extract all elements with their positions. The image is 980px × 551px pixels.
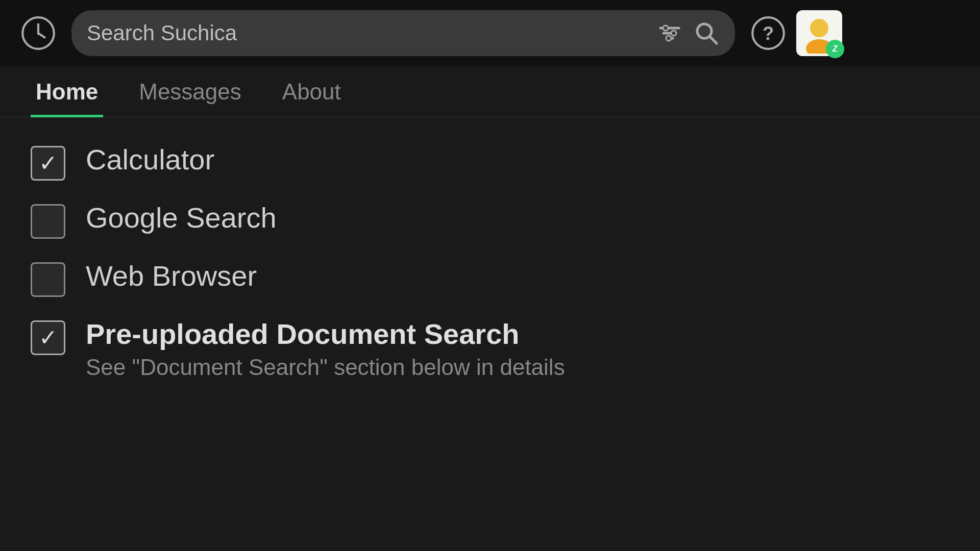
svg-line-2 [38, 33, 45, 37]
checkmark-icon: ✓ [39, 327, 58, 349]
svg-point-8 [666, 36, 671, 41]
search-bar [71, 10, 735, 56]
list-item: Google Search [31, 201, 949, 239]
doc-search-sublabel: See "Document Search" section below in d… [86, 355, 565, 380]
avatar-badge: Z [826, 40, 844, 58]
svg-point-13 [810, 19, 828, 37]
calculator-checkbox[interactable]: ✓ [31, 146, 65, 181]
help-icon[interactable]: ? [750, 15, 786, 51]
filter-icon[interactable] [656, 20, 683, 46]
svg-line-10 [709, 36, 717, 43]
search-input[interactable] [87, 21, 646, 45]
list-item: Web Browser [31, 259, 949, 297]
google-search-checkbox[interactable] [31, 204, 65, 239]
google-search-label: Google Search [86, 201, 277, 234]
tabs: Home Messages About [0, 66, 980, 117]
svg-point-7 [671, 31, 676, 36]
tab-about[interactable]: About [277, 69, 346, 117]
doc-search-checkbox[interactable]: ✓ [31, 320, 65, 355]
list-item: ✓ Calculator [31, 143, 949, 181]
web-browser-checkbox[interactable] [31, 262, 65, 297]
svg-point-6 [663, 26, 668, 31]
header-right: ? Z [750, 10, 842, 56]
doc-search-label: Pre-uploaded Document Search [86, 317, 565, 350]
list-item: ✓ Pre-uploaded Document Search See "Docu… [31, 317, 949, 380]
checkmark-icon: ✓ [39, 152, 58, 174]
search-icon[interactable] [693, 20, 720, 46]
calculator-label: Calculator [86, 143, 214, 176]
tab-home[interactable]: Home [31, 69, 103, 117]
header: ? Z [0, 0, 980, 66]
content: ✓ Calculator Google Search Web Browser ✓… [0, 117, 980, 406]
avatar[interactable]: Z [796, 10, 842, 56]
web-browser-text: Web Browser [86, 259, 257, 292]
history-icon[interactable] [20, 15, 56, 51]
google-search-text: Google Search [86, 201, 277, 234]
svg-text:?: ? [763, 23, 774, 44]
web-browser-label: Web Browser [86, 259, 257, 292]
tab-messages[interactable]: Messages [134, 69, 247, 117]
doc-search-text: Pre-uploaded Document Search See "Docume… [86, 317, 565, 380]
calculator-text: Calculator [86, 143, 214, 176]
